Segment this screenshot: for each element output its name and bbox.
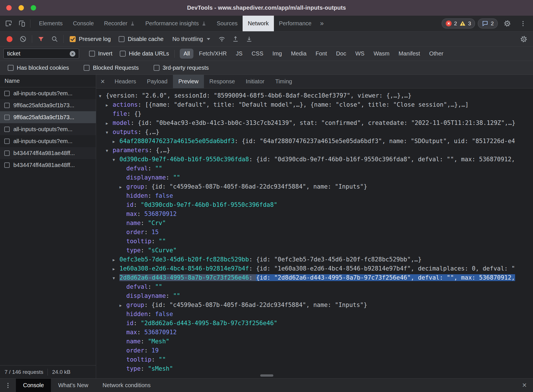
preview-tab-timing[interactable]: Timing xyxy=(270,75,298,88)
tree-line[interactable]: id: "2d8d62a6-d443-4995-8a7b-97c73f256e4… xyxy=(96,319,533,328)
filter-input[interactable]: ticket × xyxy=(3,49,79,59)
horizontal-scrollbar[interactable] xyxy=(260,374,273,377)
clear-network-log-button[interactable] xyxy=(16,33,30,45)
tree-line[interactable]: ▸group: {id: "c4599ea5-087b-405f-86ad-22… xyxy=(96,182,533,191)
export-har-icon[interactable] xyxy=(243,33,256,45)
filter-type-font[interactable]: Font xyxy=(312,49,331,59)
device-toolbar-icon[interactable] xyxy=(15,18,28,29)
inspect-element-icon[interactable] xyxy=(2,18,15,29)
preview-tab-headers[interactable]: Headers xyxy=(109,75,142,88)
expand-arrow-icon[interactable]: ▸ xyxy=(119,183,126,192)
tree-line[interactable]: name: "Crv" xyxy=(96,218,533,228)
expand-arrow-icon[interactable]: ▸ xyxy=(113,265,119,274)
filter-type-other[interactable]: Other xyxy=(425,49,447,59)
request-row[interactable]: 9ff6ac25afd3a9cf1b73... xyxy=(0,111,96,123)
collapse-arrow-icon[interactable]: ▾ xyxy=(113,155,119,164)
request-row[interactable]: b434474ff4a981ae48ff... xyxy=(0,147,96,159)
tab-sources[interactable]: Sources xyxy=(212,16,243,31)
kebab-menu-icon[interactable] xyxy=(517,18,530,29)
preview-tab-response[interactable]: Response xyxy=(204,75,240,88)
record-network-log-button[interactable] xyxy=(3,33,16,45)
collapse-arrow-icon[interactable]: ▾ xyxy=(113,274,119,283)
expand-arrow-icon[interactable]: ▸ xyxy=(113,137,119,146)
tree-line[interactable]: type: "sCurve" xyxy=(96,246,533,255)
request-row[interactable]: all-inputs-outputs?em... xyxy=(0,135,96,147)
tree-line[interactable]: hidden: false xyxy=(96,310,533,319)
network-conditions-icon[interactable] xyxy=(215,33,228,45)
filter-type-js[interactable]: JS xyxy=(232,49,246,59)
drawer-tab-console[interactable]: Console xyxy=(16,379,51,392)
request-row[interactable]: 9ff6ac25afd3a9cf1b73... xyxy=(0,99,96,111)
tree-line[interactable]: id: "0d390cdb-9e7f-46b0-b16f-9550c396fda… xyxy=(96,200,533,209)
tree-line[interactable]: ▸64af28807476237a4615e5e05da6bdf3: {id: … xyxy=(96,137,533,146)
more-tabs-button[interactable]: » xyxy=(317,20,327,27)
request-row[interactable]: all-inputs-outputs?em... xyxy=(0,87,96,99)
tab-performance[interactable]: Performance xyxy=(274,16,317,31)
drawer-tab-network-conditions[interactable]: Network conditions xyxy=(95,379,158,392)
collapse-arrow-icon[interactable]: ▾ xyxy=(99,92,106,101)
network-settings-gear-icon[interactable] xyxy=(517,33,530,45)
tree-line[interactable]: displayname: "" xyxy=(96,173,533,182)
close-drawer-icon[interactable]: × xyxy=(516,381,533,390)
filter-type-manifest[interactable]: Manifest xyxy=(395,49,424,59)
expand-arrow-icon[interactable]: ▸ xyxy=(106,119,113,128)
tree-line[interactable]: ▾parameters: {,…} xyxy=(96,146,533,155)
tab-elements[interactable]: Elements xyxy=(34,16,68,31)
tree-line[interactable]: tooltip: "" xyxy=(96,237,533,246)
tab-network[interactable]: Network xyxy=(243,16,274,31)
expand-arrow-icon[interactable]: ▸ xyxy=(113,255,119,265)
filter-type-doc[interactable]: Doc xyxy=(332,49,350,59)
disable-cache-checkbox[interactable]: Disable cache xyxy=(115,36,167,42)
blocked-requests-checkbox[interactable]: Blocked Requests xyxy=(80,65,142,71)
filter-type-wasm[interactable]: Wasm xyxy=(370,49,393,59)
zoom-window-button[interactable] xyxy=(31,5,36,11)
close-details-icon[interactable]: × xyxy=(96,77,109,86)
tree-line[interactable]: ▾outputs: {,…} xyxy=(96,127,533,137)
drawer-tab-what-s-new[interactable]: What's New xyxy=(51,379,95,392)
preview-tab-initiator[interactable]: Initiator xyxy=(240,75,270,88)
tree-line[interactable]: ▸group: {id: "c4599ea5-087b-405f-86ad-22… xyxy=(96,300,533,310)
request-row[interactable]: b434474ff4a981ae48ff... xyxy=(0,159,96,171)
request-row[interactable]: all-inputs-outputs?em... xyxy=(0,123,96,135)
tree-line[interactable]: ▾2d8d62a6-d443-4995-8a7b-97c73f256e46: {… xyxy=(96,273,533,282)
tree-line[interactable]: ▸actions: [{name: "default", title: "Def… xyxy=(96,100,533,109)
tree-line[interactable]: order: 15 xyxy=(96,228,533,237)
has-blocked-cookies-checkbox[interactable]: Has blocked cookies xyxy=(4,65,73,71)
filter-type-media[interactable]: Media xyxy=(287,49,310,59)
tree-line[interactable]: ▸1e60a308-e2d6-4bc4-8546-b92814e97b4f: {… xyxy=(96,264,533,273)
tree-line[interactable]: ▾{version: "2.6.0", sessionId: "85990094… xyxy=(96,91,533,100)
collapse-arrow-icon[interactable]: ▾ xyxy=(106,128,113,137)
invert-checkbox[interactable]: Invert xyxy=(85,50,116,57)
preview-tab-preview[interactable]: Preview xyxy=(173,75,204,88)
tree-line[interactable]: defval: "" xyxy=(96,282,533,291)
clear-filter-icon[interactable]: × xyxy=(70,51,75,57)
issues-badge[interactable]: 2 xyxy=(478,18,498,28)
filter-type-ws[interactable]: WS xyxy=(352,49,368,59)
tree-line[interactable]: type: "sMesh" xyxy=(96,364,533,373)
tree-line[interactable]: ▸0efc3eb5-7de3-45d6-b20f-fc828bc529bb: {… xyxy=(96,255,533,264)
tree-line[interactable]: hidden: false xyxy=(96,191,533,200)
filter-type-fetch-xhr[interactable]: Fetch/XHR xyxy=(195,49,230,59)
tree-line[interactable]: name: "Mesh" xyxy=(96,337,533,346)
tree-line[interactable]: defval: "" xyxy=(96,164,533,173)
tree-line[interactable]: ▾0d390cdb-9e7f-46b0-b16f-9550c396fda8: {… xyxy=(96,155,533,164)
throttling-select[interactable]: No throttling xyxy=(168,36,215,42)
tree-line[interactable]: file: {} xyxy=(96,109,533,118)
filter-type-img[interactable]: Img xyxy=(269,49,286,59)
preserve-log-checkbox[interactable]: Preserve log xyxy=(66,36,114,42)
preview-tab-payload[interactable]: Payload xyxy=(142,75,173,88)
requests-column-header[interactable]: Name xyxy=(0,75,96,87)
filter-type-css[interactable]: CSS xyxy=(248,49,267,59)
filter-type-all[interactable]: All xyxy=(180,49,193,59)
collapse-arrow-icon[interactable]: ▾ xyxy=(106,146,113,155)
errors-warnings-badge[interactable]: × 2 3 xyxy=(442,18,475,28)
tab-performance-insights[interactable]: Performance insights xyxy=(140,16,212,31)
tree-line[interactable]: max: 536870912 xyxy=(96,328,533,337)
expand-arrow-icon[interactable]: ▸ xyxy=(119,301,126,310)
tree-line[interactable]: displayname: "" xyxy=(96,291,533,300)
tab-console[interactable]: Console xyxy=(68,16,99,31)
hide-data-urls-checkbox[interactable]: Hide data URLs xyxy=(116,50,173,57)
tab-recorder[interactable]: Recorder xyxy=(99,16,140,31)
import-har-icon[interactable] xyxy=(229,33,242,45)
tree-line[interactable]: ▸model: {id: "0be4ac93-e3db-41c3-bb0c-31… xyxy=(96,118,533,127)
